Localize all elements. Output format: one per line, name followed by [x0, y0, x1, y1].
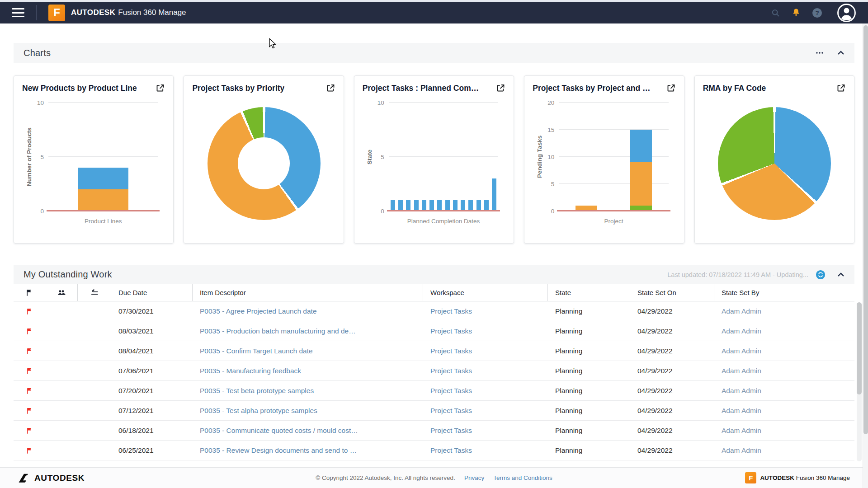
- workspace-link[interactable]: Project Tasks: [430, 387, 472, 394]
- bar[interactable]: [476, 103, 481, 211]
- bar[interactable]: [468, 103, 473, 211]
- table-row: 08/04/2021P0035 - Confirm Target Launch …: [14, 341, 854, 361]
- open-chart-icon[interactable]: [836, 83, 846, 93]
- search-icon[interactable]: [771, 8, 780, 18]
- due-date-cell: 07/12/2021: [111, 407, 193, 415]
- user-avatar-icon[interactable]: [837, 3, 856, 23]
- column-header-state-set-by[interactable]: State Set By: [714, 284, 854, 301]
- item-descriptor-link[interactable]: P0035 - Review Design documents and send…: [200, 446, 357, 454]
- charts-menu-ellipsis-icon[interactable]: [816, 52, 824, 54]
- workspace-link[interactable]: Project Tasks: [430, 307, 472, 315]
- state-set-by-cell: Adam Admin: [714, 407, 854, 415]
- bar[interactable]: [398, 103, 403, 211]
- column-header-state-set-on[interactable]: State Set On: [630, 284, 714, 301]
- assignees-column-header[interactable]: [45, 284, 78, 301]
- autodesk-logo: AUTODESK: [18, 473, 85, 483]
- column-header-due-date[interactable]: Due Date: [111, 284, 193, 301]
- row-flag-icon[interactable]: [14, 367, 45, 375]
- chart-card-planned-completion: Project Tasks : Planned Com… State0510Pl…: [354, 75, 514, 244]
- refresh-icon[interactable]: [816, 270, 826, 280]
- bar[interactable]: [445, 103, 450, 211]
- autodesk-logo-text: AUTODESK: [34, 473, 85, 483]
- workspace-link[interactable]: Project Tasks: [430, 347, 472, 355]
- item-descriptor-link[interactable]: P0035 - Agree Projected Launch date: [200, 307, 317, 315]
- state-set-by-cell: Adam Admin: [714, 427, 854, 435]
- terms-link[interactable]: Terms and Conditions: [493, 474, 552, 481]
- chart-card-rma: RMA by FA Code: [694, 75, 854, 244]
- bar[interactable]: [437, 103, 442, 211]
- bar[interactable]: [391, 103, 395, 211]
- row-flag-icon[interactable]: [14, 407, 45, 415]
- bar[interactable]: [630, 103, 652, 211]
- item-descriptor-link[interactable]: P0035 - Test alpha prototype samples: [200, 407, 317, 414]
- item-descriptor-cell: P0035 - Confirm Target Launch date: [193, 347, 423, 355]
- bar[interactable]: [576, 103, 597, 211]
- workspace-cell: Project Tasks: [423, 407, 548, 415]
- page-scrollbar-thumb[interactable]: [863, 25, 868, 434]
- column-header-item-descriptor[interactable]: Item Descriptor: [193, 284, 423, 301]
- bar[interactable]: [422, 103, 426, 211]
- workspace-link[interactable]: Project Tasks: [430, 427, 472, 434]
- item-descriptor-link[interactable]: P0035 - Confirm Target Launch date: [200, 347, 313, 355]
- bar[interactable]: [453, 103, 458, 211]
- pie-slices: [718, 107, 831, 220]
- item-descriptor-link[interactable]: P0035 - Production batch manufacturing a…: [200, 327, 356, 335]
- chart-cards-row: New Products by Product Line Number of P…: [14, 75, 854, 244]
- charts-collapse-chevron-icon[interactable]: [837, 51, 844, 55]
- table-scrollbar-track: [857, 302, 862, 461]
- bar[interactable]: [406, 103, 410, 211]
- row-flag-icon[interactable]: [14, 327, 45, 335]
- state-set-by-cell: Adam Admin: [714, 327, 854, 335]
- y-tick-label: 0: [538, 208, 554, 215]
- workflow-state-column-header[interactable]: [78, 284, 111, 301]
- plot-area: 0510: [389, 103, 498, 211]
- row-flag-icon[interactable]: [14, 446, 45, 455]
- chart-card-tasks-by-project: Project Tasks by Project and … Pending T…: [524, 75, 684, 244]
- page-scrollbar-track: [863, 23, 868, 488]
- y-tick-label: 10: [368, 99, 384, 106]
- chart-title: RMA by FA Code: [703, 83, 766, 94]
- bar[interactable]: [492, 103, 496, 211]
- workspace-link[interactable]: Project Tasks: [430, 407, 472, 414]
- table-row: 07/12/2021P0035 - Test alpha prototype s…: [14, 401, 854, 421]
- workspace-link[interactable]: Project Tasks: [430, 327, 472, 335]
- help-icon[interactable]: ?: [812, 8, 822, 18]
- open-chart-icon[interactable]: [156, 83, 165, 93]
- notifications-bell-icon[interactable]: [791, 8, 801, 18]
- table-scrollbar-thumb[interactable]: [857, 302, 862, 394]
- workspace-cell: Project Tasks: [423, 347, 548, 355]
- fusion360-logo: F: [48, 5, 65, 21]
- workspace-cell: Project Tasks: [423, 327, 548, 335]
- fusion360-footer-badge: F AUTODESK Fusion 360 Manage: [745, 472, 850, 483]
- table-row: 06/18/2021P0035 - Communicate quoted cos…: [14, 421, 854, 441]
- work-collapse-chevron-icon[interactable]: [837, 272, 844, 277]
- item-descriptor-cell: P0035 - Agree Projected Launch date: [193, 307, 423, 315]
- item-descriptor-link[interactable]: P0035 - Test beta prototype samples: [200, 387, 314, 394]
- hamburger-menu-icon[interactable]: [12, 8, 24, 18]
- flag-column-header[interactable]: [14, 284, 45, 301]
- privacy-link[interactable]: Privacy: [464, 474, 484, 481]
- bar[interactable]: [429, 103, 434, 211]
- workspace-link[interactable]: Project Tasks: [430, 446, 472, 454]
- row-flag-icon[interactable]: [14, 387, 45, 395]
- column-header-state[interactable]: State: [548, 284, 630, 301]
- bar[interactable]: [461, 103, 465, 211]
- item-descriptor-cell: P0035 - Production batch manufacturing a…: [193, 327, 423, 335]
- bar[interactable]: [78, 103, 128, 211]
- open-chart-icon[interactable]: [496, 83, 505, 93]
- table-row: 06/25/2021P0035 - Review Design document…: [14, 441, 854, 460]
- row-flag-icon[interactable]: [14, 427, 45, 435]
- workspace-link[interactable]: Project Tasks: [430, 367, 472, 375]
- open-chart-icon[interactable]: [666, 83, 676, 93]
- bar-chart-new-products: Number of Products0510Product Lines: [22, 95, 165, 227]
- column-header-workspace[interactable]: Workspace: [423, 284, 548, 301]
- state-set-on-cell: 04/29/2022: [630, 347, 714, 355]
- row-flag-icon[interactable]: [14, 347, 45, 355]
- item-descriptor-link[interactable]: P0035 - Communicate quoted costs / mould…: [200, 427, 358, 434]
- bar[interactable]: [484, 103, 489, 211]
- bar[interactable]: [414, 103, 419, 211]
- item-descriptor-link[interactable]: P0035 - Manufacturing feedback: [200, 367, 301, 375]
- open-chart-icon[interactable]: [326, 83, 335, 93]
- row-flag-icon[interactable]: [14, 307, 45, 315]
- due-date-cell: 08/04/2021: [111, 347, 193, 355]
